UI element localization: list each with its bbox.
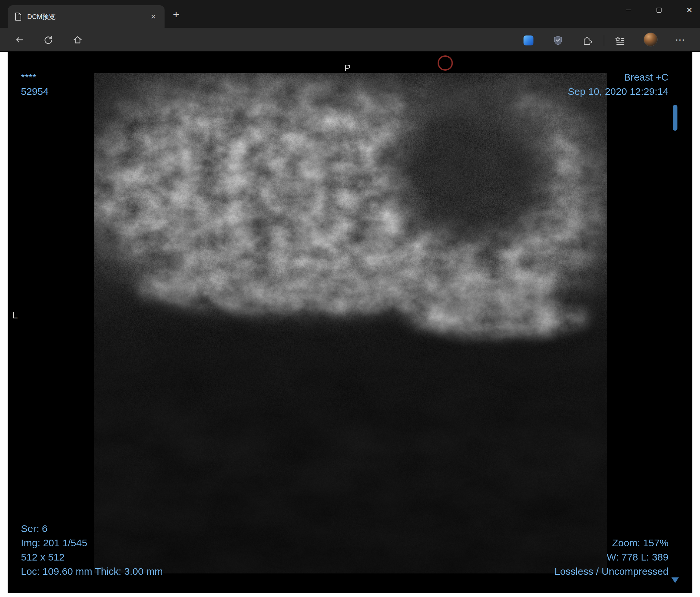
tab-dcm-preview[interactable]: DCM预览 × [8, 5, 165, 28]
mri-texture-layer [94, 73, 607, 573]
toolbar-divider [604, 35, 604, 46]
series-info-block: Ser: 6 Img: 201 1/545 512 x 512 Loc: 109… [21, 521, 163, 578]
window-controls: × [608, 0, 700, 20]
window-level: W: 778 L: 389 [555, 550, 669, 564]
annotation-circle [438, 55, 453, 71]
refresh-icon [43, 34, 53, 45]
window-maximize-button[interactable] [648, 0, 670, 20]
series-number: Ser: 6 [21, 521, 163, 536]
navigation-bar: https://file.kkview.cn/onlinePreview?url… [0, 28, 700, 52]
orientation-marker-posterior: P [341, 62, 354, 74]
display-info-block: Zoom: 157% W: 778 L: 389 Lossless / Unco… [555, 536, 669, 578]
patient-name-masked: **** [21, 70, 48, 84]
patient-id: 52954 [21, 84, 48, 99]
browser-window: DCM预览 × + × [0, 0, 700, 597]
document-icon [15, 12, 22, 21]
settings-menu-button[interactable]: ⋯ [672, 32, 688, 48]
new-tab-button[interactable]: + [169, 7, 184, 22]
zoom-level: Zoom: 157% [555, 536, 669, 550]
dicom-viewer-canvas[interactable]: **** 52954 Breast +C Sep 10, 2020 12:29:… [8, 52, 692, 593]
study-info: Breast +C Sep 10, 2020 12:29:14 [568, 70, 669, 99]
shield-extension-button[interactable] [551, 33, 565, 48]
home-button[interactable] [70, 32, 85, 48]
viewer-scroll-down-button[interactable] [672, 577, 679, 583]
patient-info: **** 52954 [21, 70, 48, 99]
more-icon: ⋯ [675, 35, 685, 45]
blue-extension-button[interactable] [521, 33, 536, 48]
viewer-scrollbar-thumb[interactable] [673, 105, 677, 131]
compression-info: Lossless / Uncompressed [555, 564, 669, 578]
window-close-button[interactable]: × [679, 0, 700, 20]
slice-location: Loc: 109.60 mm Thick: 3.00 mm [21, 564, 163, 578]
profile-avatar[interactable] [644, 32, 657, 47]
window-minimize-button[interactable] [618, 0, 639, 20]
extensions-button[interactable] [580, 33, 595, 48]
image-index: Img: 201 1/545 [21, 536, 163, 550]
blue-extension-icon [524, 35, 533, 46]
minimize-icon [626, 9, 631, 10]
study-description: Breast +C [568, 70, 669, 84]
study-datetime: Sep 10, 2020 12:29:14 [568, 84, 669, 99]
refresh-button[interactable] [40, 32, 56, 48]
mri-image [94, 73, 607, 573]
puzzle-icon [581, 34, 593, 47]
tab-title: DCM预览 [27, 12, 144, 21]
tab-strip: DCM预览 × + × [0, 0, 700, 28]
close-icon: × [686, 5, 692, 15]
matrix-size: 512 x 512 [21, 550, 163, 564]
favorites-hub-button[interactable] [612, 33, 627, 48]
home-icon [72, 34, 83, 45]
orientation-marker-left: L [12, 309, 18, 321]
back-icon [14, 34, 25, 45]
back-button[interactable] [11, 32, 27, 48]
shield-icon [552, 35, 564, 46]
tab-close-button[interactable]: × [149, 11, 158, 22]
favorites-hub-icon [614, 35, 625, 46]
maximize-icon [656, 8, 661, 12]
